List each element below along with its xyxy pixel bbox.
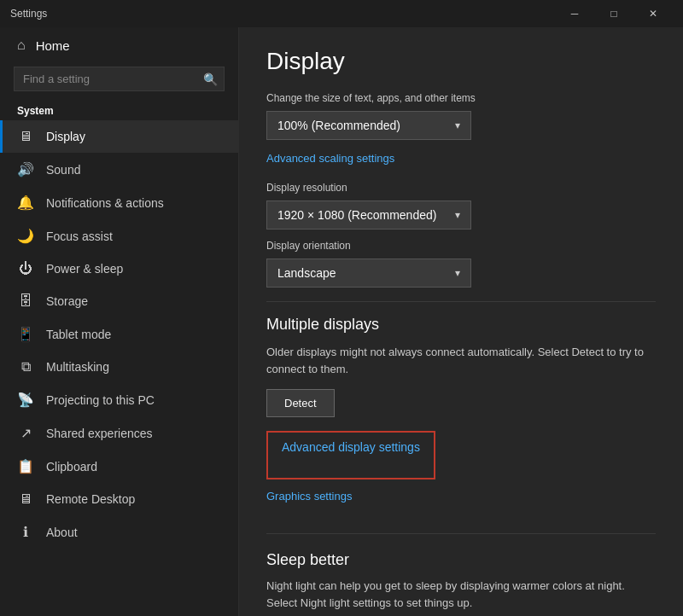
sidebar-item-label-power: Power & sleep [46, 262, 123, 276]
sidebar-section-label: System [0, 98, 238, 120]
sidebar-item-display[interactable]: 🖥 Display [0, 120, 238, 153]
sidebar-item-label-multitasking: Multitasking [46, 360, 109, 374]
home-icon: ⌂ [17, 38, 26, 53]
sidebar-item-focus[interactable]: 🌙 Focus assist [0, 219, 238, 253]
sidebar-item-label-focus: Focus assist [46, 230, 113, 243]
resolution-arrow-icon: ▾ [455, 209, 460, 221]
titlebar: Settings ─ □ ✕ [0, 0, 683, 27]
resolution-value: 1920 × 1080 (Recommended) [277, 208, 436, 222]
tablet-icon: 📱 [17, 326, 34, 342]
sidebar-item-label-notifications: Notifications & actions [46, 196, 164, 210]
sidebar-item-label-storage: Storage [46, 294, 88, 308]
search-input[interactable] [14, 67, 225, 91]
sidebar-item-clipboard[interactable]: 📋 Clipboard [0, 450, 238, 483]
orientation-label: Display orientation [266, 240, 656, 252]
projecting-icon: 📡 [17, 392, 34, 408]
sidebar-item-notifications[interactable]: 🔔 Notifications & actions [0, 186, 238, 219]
app-body: ⌂ Home 🔍 System 🖥 Display 🔊 Sound 🔔 Noti… [0, 27, 683, 616]
sidebar-item-label-shared: Shared experiences [46, 427, 153, 440]
search-icon: 🔍 [203, 73, 218, 86]
text-size-arrow-icon: ▾ [455, 119, 460, 131]
multitasking-icon: ⧉ [17, 359, 34, 375]
divider-2 [266, 533, 656, 534]
sidebar-item-projecting[interactable]: 📡 Projecting to this PC [0, 383, 238, 416]
minimize-button[interactable]: ─ [555, 0, 594, 27]
orientation-value: Landscape [277, 266, 336, 280]
sidebar-item-remote[interactable]: 🖥 Remote Desktop [0, 483, 238, 515]
multiple-displays-info: Older displays might not always connect … [266, 344, 656, 377]
titlebar-title: Settings [10, 8, 555, 20]
sidebar-home-label: Home [36, 38, 70, 53]
orientation-arrow-icon: ▾ [455, 267, 460, 279]
graphics-settings-link[interactable]: Graphics settings [266, 490, 352, 503]
sidebar-item-label-sound: Sound [46, 163, 80, 177]
text-size-label: Change the size of text, apps, and other… [266, 92, 656, 104]
close-button[interactable]: ✕ [633, 0, 673, 27]
divider-1 [266, 301, 656, 302]
shared-icon: ↗ [17, 425, 34, 441]
sleep-info: Night light can help you get to sleep by… [266, 578, 656, 611]
sidebar-item-label-remote: Remote Desktop [46, 492, 135, 506]
multiple-displays-heading: Multiple displays [266, 316, 656, 334]
maximize-button[interactable]: □ [594, 0, 633, 27]
sidebar-item-storage[interactable]: 🗄 Storage [0, 285, 238, 317]
about-icon: ℹ [17, 524, 34, 540]
text-size-value: 100% (Recommended) [277, 119, 400, 132]
search-box: 🔍 [14, 67, 225, 91]
sound-icon: 🔊 [17, 161, 34, 177]
sidebar-item-about[interactable]: ℹ About [0, 515, 238, 549]
orientation-dropdown[interactable]: Landscape ▾ [266, 259, 471, 288]
remote-icon: 🖥 [17, 491, 34, 507]
sidebar-item-power[interactable]: ⏻ Power & sleep [0, 253, 238, 285]
titlebar-controls: ─ □ ✕ [555, 0, 673, 27]
advanced-scaling-link[interactable]: Advanced scaling settings [266, 152, 394, 165]
focus-icon: 🌙 [17, 228, 34, 244]
sidebar-item-label-display: Display [46, 130, 85, 143]
sidebar-item-label-clipboard: Clipboard [46, 460, 97, 474]
sidebar-item-tablet[interactable]: 📱 Tablet mode [0, 317, 238, 351]
content-area: Display Change the size of text, apps, a… [239, 27, 683, 616]
display-icon: 🖥 [17, 129, 34, 144]
resolution-label: Display resolution [266, 182, 656, 194]
storage-icon: 🗄 [17, 293, 34, 309]
sidebar-item-label-tablet: Tablet mode [46, 328, 111, 341]
sidebar-item-label-projecting: Projecting to this PC [46, 393, 155, 407]
sidebar-item-multitasking[interactable]: ⧉ Multitasking [0, 351, 238, 383]
notifications-icon: 🔔 [17, 195, 34, 211]
sidebar-item-label-about: About [46, 526, 78, 539]
sidebar-item-shared[interactable]: ↗ Shared experiences [0, 416, 238, 450]
resolution-dropdown[interactable]: 1920 × 1080 (Recommended) ▾ [266, 200, 471, 230]
sleep-heading: Sleep better [266, 551, 656, 569]
sidebar: ⌂ Home 🔍 System 🖥 Display 🔊 Sound 🔔 Noti… [0, 27, 239, 616]
advanced-display-settings-link[interactable]: Advanced display settings [282, 440, 420, 454]
text-size-dropdown[interactable]: 100% (Recommended) ▾ [266, 111, 471, 140]
detect-button[interactable]: Detect [266, 389, 335, 417]
sidebar-item-home[interactable]: ⌂ Home [0, 27, 238, 63]
sidebar-item-sound[interactable]: 🔊 Sound [0, 153, 238, 186]
clipboard-icon: 📋 [17, 458, 34, 474]
page-title: Display [266, 48, 656, 75]
power-icon: ⏻ [17, 261, 34, 276]
